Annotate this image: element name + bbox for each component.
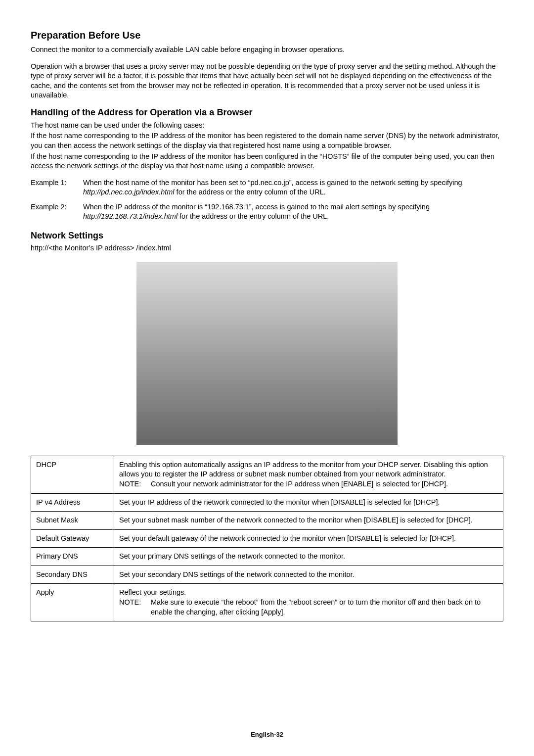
example-1-post: for the address or the entry column of t… bbox=[175, 188, 326, 196]
table-row: Secondary DNSSet your secondary DNS sett… bbox=[31, 566, 503, 584]
settings-table: DHCPEnabling this option automatically a… bbox=[31, 456, 503, 621]
example-2-post: for the address or the entry column of t… bbox=[178, 212, 329, 220]
para-hostname-hosts: If the host name corresponding to the IP… bbox=[31, 152, 503, 171]
setting-desc: Set your primary DNS settings of the net… bbox=[114, 548, 503, 566]
setting-name: Secondary DNS bbox=[31, 566, 114, 584]
note-body: Consult your network administrator for t… bbox=[151, 479, 498, 489]
setting-desc: Enabling this option automatically assig… bbox=[114, 456, 503, 493]
example-2-label: Example 2: bbox=[31, 202, 83, 222]
example-2-pre: When the IP address of the monitor is “1… bbox=[83, 203, 430, 211]
para-connect: Connect the monitor to a commercially av… bbox=[31, 45, 503, 55]
screenshot-placeholder bbox=[136, 262, 398, 445]
setting-desc: Set your IP address of the network conne… bbox=[114, 493, 503, 512]
page-footer: English-32 bbox=[0, 731, 534, 738]
para-proxy: Operation with a browser that uses a pro… bbox=[31, 62, 503, 100]
setting-desc: Set your subnet mask number of the netwo… bbox=[114, 512, 503, 530]
setting-name: DHCP bbox=[31, 456, 114, 493]
heading-preparation: Preparation Before Use bbox=[31, 30, 503, 41]
setting-name: Default Gateway bbox=[31, 529, 114, 548]
table-row: ApplyReflect your settings.NOTE:Make sur… bbox=[31, 584, 503, 621]
table-row: DHCPEnabling this option automatically a… bbox=[31, 456, 503, 493]
setting-desc: Set your default gateway of the network … bbox=[114, 529, 503, 548]
example-1-pre: When the host name of the monitor has be… bbox=[83, 179, 462, 187]
para-hostname-dns: If the host name corresponding to the IP… bbox=[31, 131, 503, 150]
table-row: Primary DNSSet your primary DNS settings… bbox=[31, 548, 503, 566]
heading-handling-address: Handling of the Address for Operation vi… bbox=[31, 107, 503, 118]
example-1: Example 1: When the host name of the mon… bbox=[31, 178, 503, 197]
heading-network-settings: Network Settings bbox=[31, 231, 503, 241]
table-row: Subnet MaskSet your subnet mask number o… bbox=[31, 512, 503, 530]
table-row: Default GatewaySet your default gateway … bbox=[31, 529, 503, 548]
note-label: NOTE: bbox=[119, 479, 151, 489]
note-body: Make sure to execute “the reboot” from t… bbox=[151, 598, 498, 617]
network-url-template: http://<the Monitor’s IP address> /index… bbox=[31, 244, 503, 252]
example-2: Example 2: When the IP address of the mo… bbox=[31, 202, 503, 222]
example-1-body: When the host name of the monitor has be… bbox=[83, 178, 503, 197]
example-1-label: Example 1: bbox=[31, 178, 83, 197]
setting-name: Primary DNS bbox=[31, 548, 114, 566]
setting-name: Subnet Mask bbox=[31, 512, 114, 530]
note-label: NOTE: bbox=[119, 598, 151, 617]
example-1-url: http://pd.nec.co.jp/index.html bbox=[83, 188, 175, 196]
setting-desc: Reflect your settings.NOTE:Make sure to … bbox=[114, 584, 503, 621]
example-2-body: When the IP address of the monitor is “1… bbox=[83, 202, 503, 222]
example-2-url: http://192.168.73.1/index.html bbox=[83, 212, 178, 220]
setting-desc: Set your secondary DNS settings of the n… bbox=[114, 566, 503, 584]
setting-name: Apply bbox=[31, 584, 114, 621]
para-hostname-intro: The host name can be used under the foll… bbox=[31, 121, 503, 131]
setting-name: IP v4 Address bbox=[31, 493, 114, 512]
table-row: IP v4 AddressSet your IP address of the … bbox=[31, 493, 503, 512]
